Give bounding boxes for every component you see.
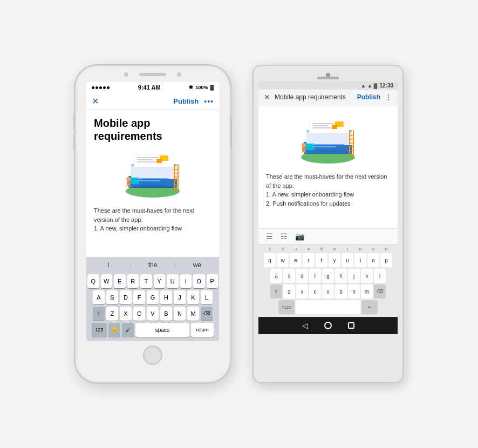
a-key-j[interactable]: j: [348, 269, 360, 283]
svg-rect-33: [312, 125, 329, 126]
svg-point-46: [302, 143, 306, 147]
key-w[interactable]: W: [101, 274, 113, 288]
android-bottom: [254, 334, 402, 342]
a-key-backspace[interactable]: ⌫: [374, 284, 386, 298]
a-key-o[interactable]: o: [367, 253, 379, 267]
a-key-n[interactable]: n: [348, 284, 360, 298]
a-key-z[interactable]: z: [283, 284, 295, 298]
key-l[interactable]: L: [201, 290, 213, 304]
autocomplete-word-3[interactable]: we: [175, 261, 219, 269]
iphone-close-button[interactable]: ✕: [92, 96, 99, 106]
a-key-f[interactable]: f: [309, 269, 321, 283]
a-key-enter[interactable]: ↵: [361, 300, 378, 314]
key-s[interactable]: S: [106, 290, 118, 304]
a-key-u[interactable]: u: [342, 253, 353, 267]
svg-rect-51: [312, 146, 336, 147]
key-return[interactable]: return: [191, 323, 214, 337]
android-content-area: These are the must-haves for the next ve…: [258, 105, 398, 228]
a-key-i[interactable]: i: [354, 253, 366, 267]
a-key-y[interactable]: y: [329, 253, 340, 267]
key-j[interactable]: J: [174, 290, 186, 304]
key-num-7: 7: [342, 247, 353, 252]
key-space[interactable]: space: [135, 323, 189, 337]
key-emoji[interactable]: 😊: [108, 323, 120, 337]
camera-icon[interactable]: 📷: [295, 232, 304, 241]
a-key-w[interactable]: w: [277, 253, 289, 267]
autocomplete-word-1[interactable]: I: [86, 261, 131, 269]
key-num-1: 1: [264, 247, 276, 252]
iphone-app-toolbar: ✕ Publish •••: [86, 93, 219, 110]
a-key-g[interactable]: g: [322, 269, 334, 283]
numbered-list-icon[interactable]: ☷: [281, 232, 288, 241]
key-u[interactable]: U: [167, 274, 179, 288]
key-m[interactable]: M: [187, 307, 199, 321]
key-x[interactable]: X: [120, 307, 132, 321]
a-key-m[interactable]: m: [361, 284, 373, 298]
android-close-button[interactable]: ✕: [264, 93, 270, 101]
android-more-button[interactable]: ⋮: [385, 93, 392, 101]
android-recent-button[interactable]: [348, 322, 354, 329]
key-b[interactable]: B: [160, 307, 172, 321]
android-top: [254, 66, 402, 82]
iphone-home-button[interactable]: [143, 345, 162, 365]
iphone-vol-down: [73, 134, 75, 149]
android-wifi-icon: ▲: [367, 83, 372, 89]
a-key-t[interactable]: t: [316, 253, 327, 267]
key-t[interactable]: T: [140, 274, 152, 288]
a-key-symbols[interactable]: ?123: [278, 300, 295, 314]
android-publish-button[interactable]: Publish: [357, 93, 380, 101]
a-key-a[interactable]: a: [270, 269, 282, 283]
key-z[interactable]: Z: [106, 307, 118, 321]
key-i[interactable]: I: [180, 274, 192, 288]
key-q[interactable]: Q: [87, 274, 99, 288]
iphone-publish-button[interactable]: Publish: [173, 97, 199, 105]
a-key-space[interactable]: [296, 300, 360, 314]
a-key-shift[interactable]: ⇧: [270, 284, 282, 298]
key-o[interactable]: O: [193, 274, 205, 288]
svg-point-20: [126, 177, 131, 181]
key-d[interactable]: D: [120, 290, 132, 304]
android-back-button[interactable]: ◁: [302, 321, 308, 330]
key-n[interactable]: N: [174, 307, 186, 321]
a-key-l[interactable]: l: [374, 269, 386, 283]
iphone-autocomplete[interactable]: I the we: [86, 257, 219, 272]
key-mic[interactable]: 🎤: [122, 323, 134, 337]
a-key-x[interactable]: x: [296, 284, 308, 298]
key-shift[interactable]: ⇧: [93, 307, 105, 321]
key-k[interactable]: K: [187, 290, 199, 304]
key-y[interactable]: Y: [154, 274, 166, 288]
key-123[interactable]: 123: [92, 323, 107, 337]
android-body-text: These are the must-haves for the next ve…: [266, 172, 390, 208]
android-home-button[interactable]: [324, 322, 332, 329]
autocomplete-word-2[interactable]: the: [131, 261, 175, 269]
iphone-top-bar: [76, 66, 230, 77]
a-key-s[interactable]: s: [283, 269, 295, 283]
a-key-e[interactable]: e: [290, 253, 302, 267]
a-key-v[interactable]: v: [322, 284, 334, 298]
key-v[interactable]: V: [147, 307, 159, 321]
key-a[interactable]: A: [93, 290, 105, 304]
a-key-r[interactable]: r: [303, 253, 315, 267]
key-p[interactable]: P: [207, 274, 218, 288]
a-key-k[interactable]: k: [361, 269, 373, 283]
iphone-camera-2: [177, 72, 181, 77]
key-h[interactable]: H: [160, 290, 172, 304]
key-backspace[interactable]: ⌫: [201, 307, 213, 321]
a-key-b[interactable]: b: [335, 284, 347, 298]
key-e[interactable]: E: [114, 274, 126, 288]
android-status-icons: ▲ ▲ ▓: [361, 83, 377, 89]
a-key-c[interactable]: c: [309, 284, 321, 298]
key-g[interactable]: G: [147, 290, 159, 304]
a-key-h[interactable]: h: [335, 269, 347, 283]
a-key-p[interactable]: p: [380, 253, 392, 267]
key-c[interactable]: C: [133, 307, 145, 321]
devices-container: 9:41 AM ✱ 100% ▓ ✕ Publish ••• Mobile ap…: [64, 54, 414, 394]
key-r[interactable]: R: [127, 274, 139, 288]
svg-rect-25: [136, 180, 161, 181]
a-key-d[interactable]: d: [296, 269, 308, 283]
bulleted-list-icon[interactable]: ☰: [266, 232, 273, 241]
android-row-4: ?123 ↵: [260, 300, 397, 314]
a-key-q[interactable]: q: [264, 253, 276, 267]
key-f[interactable]: F: [133, 290, 145, 304]
iphone-more-button[interactable]: •••: [204, 97, 214, 106]
